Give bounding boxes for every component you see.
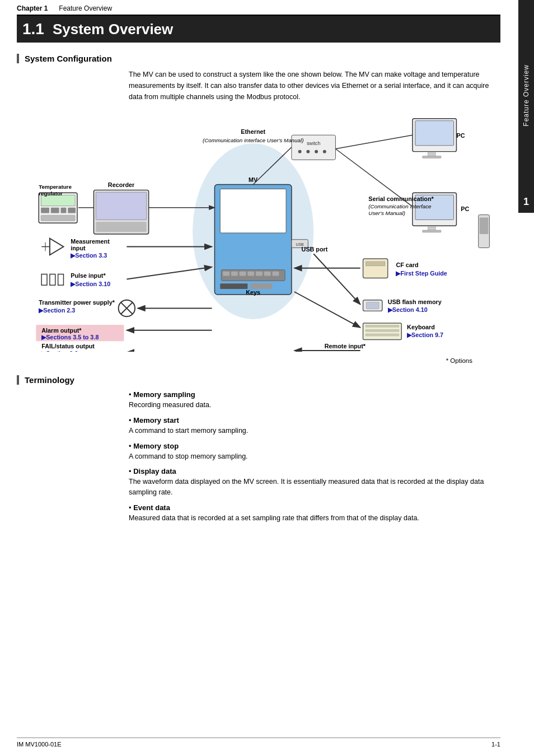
svg-rect-41 — [41, 208, 49, 213]
svg-rect-59 — [41, 274, 47, 286]
diagram-svg: USB MV PC switch Ethernet (Communication… — [17, 111, 500, 352]
svg-point-26 — [323, 150, 326, 153]
svg-rect-84 — [366, 302, 379, 309]
svg-rect-42 — [51, 208, 59, 213]
terminology-heading: Terminology — [17, 375, 500, 385]
svg-rect-19 — [423, 156, 441, 158]
intro-text: The MV can be used to construct a system… — [129, 69, 500, 102]
term-description: Recording measured data. — [129, 400, 500, 410]
term-title: Display data — [133, 467, 176, 475]
chapter-title-text: Feature Overview — [59, 4, 112, 12]
svg-point-25 — [315, 150, 318, 153]
svg-text:CF card: CF card — [396, 262, 418, 268]
side-tab-text: Feature Overview — [522, 64, 530, 127]
svg-text:Keys: Keys — [246, 289, 260, 296]
svg-text:Keyboard: Keyboard — [407, 324, 435, 330]
svg-text:Alarm output*: Alarm output* — [41, 327, 82, 334]
term-title: Memory start — [133, 416, 179, 424]
svg-rect-7 — [247, 272, 254, 276]
svg-line-90 — [294, 292, 360, 328]
svg-rect-11 — [220, 283, 247, 289]
terminology-section: Terminology • Memory sampling Recording … — [17, 375, 500, 524]
section-heading: 1.1 System Overview — [17, 16, 500, 43]
terminology-list: • Memory sampling Recording measured dat… — [129, 390, 500, 524]
svg-text:Recorder: Recorder — [108, 181, 135, 188]
term-description: A command to start memory sampling. — [129, 426, 500, 436]
term-item: • Event data Measured data that is recor… — [129, 503, 500, 524]
main-content: Chapter 1 Feature Overview 1.1 System Ov… — [0, 0, 517, 552]
term-description: The waveform data displayed on the MV sc… — [129, 477, 500, 498]
svg-rect-5 — [231, 272, 238, 276]
page-footer: IM MV1000-01E 1-1 — [17, 738, 500, 748]
term-bullet: • — [129, 467, 133, 475]
section-title: System Overview — [53, 21, 173, 38]
svg-text:▶First Step Guide: ▶First Step Guide — [396, 270, 447, 277]
svg-text:Serial communication*: Serial communication* — [368, 195, 434, 202]
term-bullet: • — [129, 442, 133, 450]
svg-rect-47 — [96, 192, 146, 220]
page-number: 1-1 — [491, 741, 500, 748]
doc-id: IM MV1000-01E — [17, 741, 61, 748]
term-title: Memory stop — [133, 442, 179, 450]
svg-text:input: input — [71, 245, 86, 251]
term-bullet: • — [129, 416, 133, 424]
svg-text:▶Section 3.3: ▶Section 3.3 — [71, 252, 107, 259]
svg-rect-43 — [61, 208, 67, 213]
section-number: 1.1 — [22, 20, 44, 38]
svg-text:PC: PC — [461, 206, 469, 212]
svg-text:FAIL/status output: FAIL/status output — [41, 343, 95, 349]
svg-text:▶Section 4.10: ▶Section 4.10 — [388, 306, 428, 313]
term-description: A command to stop memory sampling. — [129, 451, 500, 462]
svg-rect-12 — [250, 283, 272, 289]
svg-text:Temperature: Temperature — [39, 184, 72, 190]
svg-rect-17 — [415, 121, 454, 146]
svg-text:Ethernet: Ethernet — [241, 128, 265, 135]
term-description: Measured data that is recorded at a set … — [129, 513, 500, 524]
term-bullet: • — [129, 503, 133, 512]
svg-rect-38 — [480, 217, 489, 234]
svg-text:Transmitter power supply*: Transmitter power supply* — [39, 299, 115, 306]
svg-text:▶Section 3.10: ▶Section 3.10 — [71, 281, 110, 287]
svg-rect-60 — [50, 274, 55, 286]
svg-text:(Communication Interface: (Communication Interface — [368, 203, 432, 209]
svg-text:switch: switch — [307, 141, 321, 146]
svg-text:Pulse input*: Pulse input* — [71, 272, 106, 279]
svg-rect-10 — [273, 272, 279, 276]
svg-marker-52 — [50, 239, 64, 255]
side-number: 1 — [518, 190, 534, 213]
svg-rect-44 — [68, 208, 76, 213]
svg-line-100 — [335, 135, 412, 149]
svg-text:MV: MV — [249, 176, 258, 183]
chapter-header: Chapter 1 Feature Overview — [17, 0, 500, 16]
svg-rect-8 — [256, 272, 263, 276]
system-diagram: USB MV PC switch Ethernet (Communication… — [17, 111, 500, 352]
svg-rect-4 — [223, 272, 229, 276]
term-title: Event data — [133, 503, 170, 512]
term-bullet: • — [129, 390, 133, 399]
svg-text:USB flash memory: USB flash memory — [388, 298, 442, 305]
svg-rect-94 — [365, 334, 399, 337]
term-title: Memory sampling — [133, 390, 195, 399]
svg-text:▶Section 9.7: ▶Section 9.7 — [407, 332, 443, 338]
svg-text:PC: PC — [456, 132, 465, 139]
side-tab: Feature Overview — [518, 0, 534, 190]
svg-line-64 — [127, 267, 212, 279]
svg-text:Remote input*: Remote input* — [325, 343, 366, 349]
svg-text:USB port: USB port — [302, 246, 328, 253]
svg-point-23 — [298, 150, 302, 153]
svg-text:User's Manual): User's Manual) — [368, 210, 405, 216]
svg-text:▶Section 2.3: ▶Section 2.3 — [39, 307, 75, 314]
svg-rect-2 — [220, 189, 286, 233]
term-item: • Memory start A command to start memory… — [129, 416, 500, 436]
svg-rect-92 — [365, 325, 399, 328]
svg-rect-48 — [96, 222, 146, 232]
chapter-label: Chapter 1 — [17, 4, 48, 12]
svg-rect-32 — [423, 230, 441, 232]
svg-rect-61 — [58, 274, 64, 286]
svg-point-24 — [306, 150, 310, 153]
svg-text:regulator: regulator — [39, 190, 63, 197]
svg-line-88 — [313, 254, 360, 304]
svg-text:▶Section 9.6: ▶Section 9.6 — [41, 350, 78, 352]
svg-text:▶Sections 3.5 to 3.8: ▶Sections 3.5 to 3.8 — [41, 334, 99, 340]
svg-rect-6 — [240, 272, 246, 276]
